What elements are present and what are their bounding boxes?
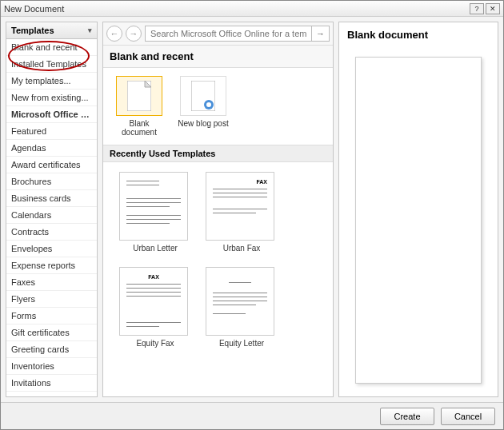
sidebar-item-new-from-existing[interactable]: New from existing... bbox=[6, 90, 97, 106]
sidebar-list: Blank and recent Installed Templates My … bbox=[6, 39, 97, 396]
search-bar: ← → → bbox=[103, 22, 333, 46]
window-title: New Document bbox=[4, 4, 468, 14]
thumb-label: Urban Letter bbox=[119, 244, 191, 253]
thumb-preview bbox=[119, 172, 188, 241]
blog-post-icon bbox=[180, 76, 226, 116]
sidebar-header[interactable]: Templates ▾ bbox=[6, 22, 97, 39]
sidebar-item-envelopes[interactable]: Envelopes bbox=[6, 241, 97, 257]
tile-blank-document[interactable]: Blank document bbox=[111, 76, 167, 137]
arrow-right-icon: → bbox=[316, 29, 325, 38]
sidebar-item-award-certificates[interactable]: Award certificates bbox=[6, 157, 97, 173]
thumb-preview: FAX bbox=[119, 267, 188, 336]
fax-text: FAX bbox=[256, 179, 267, 185]
sidebar-item-agendas[interactable]: Agendas bbox=[6, 140, 97, 157]
tile-new-blog-post[interactable]: New blog post bbox=[175, 76, 231, 137]
sidebar: Templates ▾ Blank and recent Installed T… bbox=[6, 22, 98, 397]
arrow-right-icon: → bbox=[130, 29, 138, 38]
sidebar-item-calendars[interactable]: Calendars bbox=[6, 207, 97, 224]
thumb-preview: FAX bbox=[206, 172, 274, 241]
thumb-label: Equity Fax bbox=[119, 339, 191, 348]
search-box: → bbox=[145, 26, 330, 42]
preview-title: Blank document bbox=[344, 27, 493, 49]
sidebar-item-gift-certificates[interactable]: Gift certificates bbox=[6, 324, 97, 341]
template-thumb-equity-letter[interactable]: Equity Letter bbox=[206, 267, 278, 348]
sidebar-item-installed-templates[interactable]: Installed Templates bbox=[6, 56, 97, 73]
fax-text: FAX bbox=[126, 274, 181, 280]
recent-templates-grid: Urban Letter FAX Urban Fax FAX bbox=[103, 162, 333, 357]
sidebar-item-inventories[interactable]: Inventories bbox=[6, 358, 97, 375]
sidebar-item-invitations[interactable]: Invitations bbox=[6, 375, 97, 392]
dialog-body: Templates ▾ Blank and recent Installed T… bbox=[1, 17, 503, 402]
create-button[interactable]: Create bbox=[380, 408, 434, 425]
sidebar-item-forms[interactable]: Forms bbox=[6, 308, 97, 324]
sidebar-item-greeting-cards[interactable]: Greeting cards bbox=[6, 341, 97, 358]
sidebar-item-office-online[interactable]: Microsoft Office Online bbox=[6, 106, 97, 123]
nav-forward-button[interactable]: → bbox=[126, 26, 142, 42]
svg-point-4 bbox=[206, 102, 211, 107]
thumb-preview bbox=[206, 267, 274, 336]
sidebar-item-business-cards[interactable]: Business cards bbox=[6, 190, 97, 207]
search-input[interactable] bbox=[146, 26, 311, 41]
titlebar: New Document ? ✕ bbox=[1, 1, 503, 17]
sidebar-item-contracts[interactable]: Contracts bbox=[6, 224, 97, 241]
chevron-down-icon: ▾ bbox=[88, 26, 92, 34]
sidebar-item-blank-recent[interactable]: Blank and recent bbox=[6, 39, 97, 56]
close-button[interactable]: ✕ bbox=[486, 3, 500, 14]
thumb-label: Equity Letter bbox=[206, 339, 278, 348]
sidebar-item-my-templates[interactable]: My templates... bbox=[6, 73, 97, 90]
template-thumb-equity-fax[interactable]: FAX Equity Fax bbox=[119, 267, 191, 348]
sidebar-item-brochures[interactable]: Brochures bbox=[6, 173, 97, 190]
sidebar-item-featured[interactable]: Featured bbox=[6, 123, 97, 140]
tile-label: Blank document bbox=[111, 119, 167, 137]
center-panel: ← → → Blank and recent B bbox=[102, 22, 334, 397]
blank-document-icon bbox=[116, 76, 162, 116]
new-document-dialog: New Document ? ✕ Templates ▾ Blank and r… bbox=[0, 0, 504, 430]
nav-back-button[interactable]: ← bbox=[106, 26, 122, 42]
preview-page bbox=[355, 57, 482, 384]
sidebar-item-invoices[interactable]: Invoices bbox=[6, 392, 97, 396]
cancel-button[interactable]: Cancel bbox=[441, 408, 495, 425]
sidebar-item-flyers[interactable]: Flyers bbox=[6, 291, 97, 308]
dialog-footer: Create Cancel bbox=[1, 402, 503, 429]
tile-label: New blog post bbox=[175, 119, 231, 128]
section-header-main: Blank and recent bbox=[103, 46, 333, 68]
thumb-label: Urban Fax bbox=[206, 244, 278, 253]
section-header-recent: Recently Used Templates bbox=[103, 145, 333, 162]
search-go-button[interactable]: → bbox=[311, 26, 329, 41]
sidebar-header-label: Templates bbox=[11, 26, 54, 35]
preview-panel: Blank document bbox=[338, 22, 498, 397]
template-thumb-urban-letter[interactable]: Urban Letter bbox=[119, 172, 191, 253]
main-tiles: Blank document New blog post bbox=[103, 68, 333, 145]
help-button[interactable]: ? bbox=[470, 3, 484, 14]
sidebar-item-expense-reports[interactable]: Expense reports bbox=[6, 257, 97, 274]
arrow-left-icon: ← bbox=[110, 29, 119, 38]
template-thumb-urban-fax[interactable]: FAX Urban Fax bbox=[206, 172, 278, 253]
sidebar-item-faxes[interactable]: Faxes bbox=[6, 274, 97, 291]
